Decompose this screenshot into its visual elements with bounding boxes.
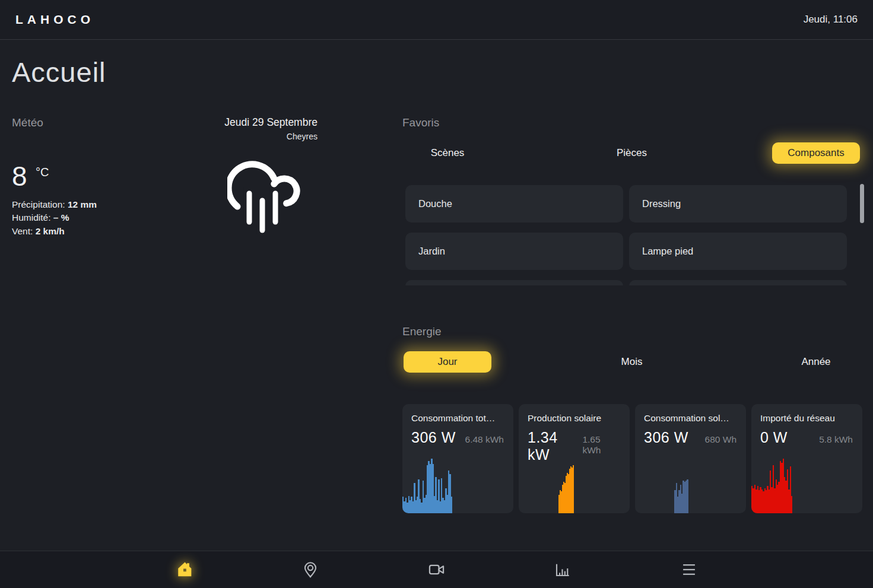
favorites-tabs: Scènes Pièces Composants xyxy=(402,141,861,165)
favorite-card-dressing[interactable]: Dressing xyxy=(629,185,847,223)
energy-value: 1.65 kWh xyxy=(582,434,620,456)
weather-details: Précipitation: 12 mm Humidité: – % Vent:… xyxy=(12,198,97,238)
tab-pieces[interactable]: Pièces xyxy=(617,142,647,164)
energy-section-title: Energie xyxy=(402,325,871,338)
energy-card-title: Importé du réseau xyxy=(760,413,862,424)
favorite-card-jardin[interactable]: Jardin xyxy=(405,233,623,270)
energy-card-importe-du-reseau[interactable]: Importé du réseau 0 W 5.8 kWh xyxy=(751,404,862,513)
tab-mois[interactable]: Mois xyxy=(621,351,643,373)
energy-card-consommation-solaire[interactable]: Consommation sol… 306 W 680 Wh xyxy=(635,404,746,513)
precipitation-row: Précipitation: 12 mm xyxy=(12,198,97,211)
favorites-grid: Douche Dressing Jardin Lampe pied xyxy=(405,185,847,285)
energy-card-title: Production solaire xyxy=(528,413,630,424)
energy-value: 680 Wh xyxy=(705,434,737,445)
weather-panel: Météo 8 °C Précipitation: 12 mm Humidité… xyxy=(12,116,97,238)
current-date: Jeudi 29 Septembre xyxy=(166,116,318,129)
humidity-row: Humidité: – % xyxy=(12,211,97,224)
energy-value: 6.48 kWh xyxy=(465,434,504,445)
tab-composants[interactable]: Composants xyxy=(772,142,860,164)
power-value: 306 W xyxy=(411,429,456,446)
energy-card-production-solaire[interactable]: Production solaire 1.34 kW 1.65 kWh xyxy=(519,404,630,513)
tab-annee[interactable]: Année xyxy=(801,351,830,373)
tab-jour[interactable]: Jour xyxy=(404,351,491,373)
location-name: Cheyres xyxy=(166,132,318,141)
power-value: 1.34 kW xyxy=(528,429,582,463)
energy-card-title: Consommation tot… xyxy=(411,413,513,424)
app-logo: LAHOCO xyxy=(15,12,94,27)
temperature-unit: °C xyxy=(36,166,49,179)
video-camera-icon xyxy=(427,560,447,580)
energy-section: Energie Jour Mois Année Consommation tot… xyxy=(402,325,871,338)
sparkline-chart xyxy=(402,459,452,513)
wind-row: Vent: 2 km/h xyxy=(12,225,97,238)
favorites-scrollbar[interactable] xyxy=(860,184,864,223)
hamburger-menu-icon xyxy=(679,560,699,580)
favorite-card-lampe-pied[interactable]: Lampe pied xyxy=(629,233,847,270)
temperature: 8 °C xyxy=(12,160,97,192)
energy-cards: Consommation tot… 306 W 6.48 kWh Product… xyxy=(402,404,862,513)
top-bar: LAHOCO Jeudi, 11:06 xyxy=(0,0,873,40)
favorite-card-partial[interactable] xyxy=(629,280,847,285)
energy-value: 5.8 kWh xyxy=(819,434,853,445)
page-title: Accueil xyxy=(12,56,106,88)
energy-card-consommation-totale[interactable]: Consommation tot… 306 W 6.48 kWh xyxy=(402,404,513,513)
power-value: 306 W xyxy=(644,429,688,446)
energy-tabs: Jour Mois Année xyxy=(402,350,861,374)
nav-menu-button[interactable] xyxy=(675,556,703,583)
nav-rooms-button[interactable] xyxy=(297,556,324,583)
favorite-card-douche[interactable]: Douche xyxy=(405,185,623,223)
sparkline-chart xyxy=(674,459,688,513)
temperature-value: 8 xyxy=(12,161,27,192)
home-icon xyxy=(174,560,195,580)
sparkline-chart xyxy=(558,459,573,513)
favorites-section: Favoris Scènes Pièces Composants Douche … xyxy=(402,116,871,129)
location-pin-icon xyxy=(301,560,320,579)
favorites-section-title: Favoris xyxy=(402,116,871,129)
sparkline-chart xyxy=(751,459,792,513)
favorite-card-partial[interactable] xyxy=(405,280,623,285)
rain-cloud-icon xyxy=(227,157,302,239)
bottom-nav xyxy=(0,551,873,588)
nav-stats-button[interactable] xyxy=(549,556,576,583)
energy-card-title: Consommation sol… xyxy=(644,413,746,424)
tab-scenes[interactable]: Scènes xyxy=(431,142,465,164)
weather-section-title: Météo xyxy=(12,116,97,129)
datetime-clock: Jeudi, 11:06 xyxy=(804,14,858,26)
nav-home-button[interactable] xyxy=(171,556,198,583)
nav-camera-button[interactable] xyxy=(423,556,450,583)
power-value: 0 W xyxy=(760,429,788,446)
bar-chart-icon xyxy=(553,560,572,579)
date-block: Jeudi 29 Septembre Cheyres xyxy=(166,116,318,141)
